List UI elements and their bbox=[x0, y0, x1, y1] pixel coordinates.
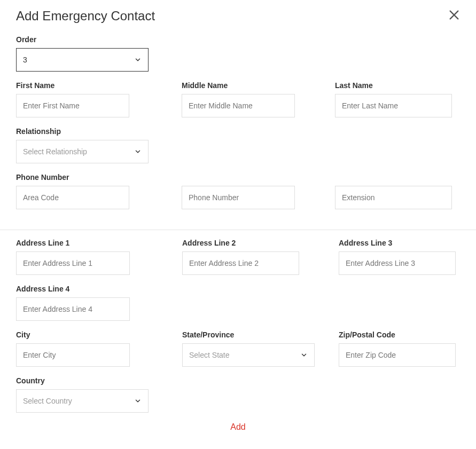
first-name-label: First Name bbox=[16, 81, 129, 90]
country-group: Country Select Country bbox=[16, 376, 149, 413]
zip-field[interactable] bbox=[339, 343, 456, 367]
modal-title: Add Emergency Contact bbox=[16, 9, 155, 23]
address1-label: Address Line 1 bbox=[16, 239, 130, 247]
last-name-label: Last Name bbox=[335, 81, 452, 90]
address1-field[interactable] bbox=[16, 251, 130, 275]
country-label: Country bbox=[16, 376, 149, 385]
city-label: City bbox=[16, 330, 130, 339]
chevron-down-icon bbox=[134, 148, 142, 155]
modal-header: Add Emergency Contact bbox=[16, 9, 460, 23]
section-divider bbox=[0, 230, 476, 230]
address-section: Address Line 1 Address Line 2 Address Li… bbox=[0, 239, 476, 432]
address3-field[interactable] bbox=[339, 251, 456, 275]
address1-group: Address Line 1 bbox=[16, 239, 130, 275]
relationship-select[interactable]: Select Relationship bbox=[16, 140, 149, 163]
city-group: City bbox=[16, 330, 130, 367]
order-select[interactable]: 3 bbox=[16, 48, 149, 72]
area-code-field[interactable] bbox=[16, 186, 129, 209]
address3-group: Address Line 3 bbox=[339, 239, 456, 275]
relationship-placeholder: Select Relationship bbox=[23, 147, 87, 156]
emergency-contact-modal: Add Emergency Contact Order 3 First Name… bbox=[0, 0, 476, 230]
phone-number-group: . bbox=[182, 173, 295, 209]
extension-group: . bbox=[335, 173, 452, 209]
middle-name-label: Middle Name bbox=[182, 81, 295, 90]
address4-group: Address Line 4 bbox=[16, 285, 130, 321]
address4-field[interactable] bbox=[16, 297, 130, 321]
first-name-field[interactable] bbox=[16, 94, 129, 117]
middle-name-field[interactable] bbox=[182, 94, 295, 117]
state-label: State/Province bbox=[182, 330, 315, 339]
state-group: State/Province Select State bbox=[182, 330, 315, 367]
address4-label: Address Line 4 bbox=[16, 285, 130, 293]
country-select[interactable]: Select Country bbox=[16, 389, 149, 413]
country-placeholder: Select Country bbox=[23, 397, 72, 405]
add-button[interactable]: Add bbox=[230, 422, 245, 432]
order-value: 3 bbox=[23, 56, 27, 64]
order-group: Order 3 bbox=[16, 35, 149, 72]
address3-label: Address Line 3 bbox=[339, 239, 456, 247]
chevron-down-icon bbox=[300, 351, 308, 359]
order-label: Order bbox=[16, 35, 149, 44]
zip-label: Zip/Postal Code bbox=[339, 330, 456, 339]
address2-label: Address Line 2 bbox=[182, 239, 299, 247]
last-name-field[interactable] bbox=[335, 94, 452, 117]
phone-group: Phone Number bbox=[16, 173, 129, 209]
chevron-down-icon bbox=[134, 397, 142, 405]
extension-field[interactable] bbox=[335, 186, 452, 209]
zip-group: Zip/Postal Code bbox=[339, 330, 456, 367]
city-field[interactable] bbox=[16, 343, 130, 367]
phone-number-field[interactable] bbox=[182, 186, 295, 209]
phone-label: Phone Number bbox=[16, 173, 129, 182]
state-select[interactable]: Select State bbox=[182, 343, 315, 367]
address2-group: Address Line 2 bbox=[182, 239, 299, 275]
relationship-label: Relationship bbox=[16, 127, 149, 136]
last-name-group: Last Name bbox=[335, 81, 452, 117]
middle-name-group: Middle Name bbox=[182, 81, 295, 117]
state-placeholder: Select State bbox=[189, 351, 230, 359]
chevron-down-icon bbox=[134, 56, 142, 64]
close-icon[interactable] bbox=[448, 9, 460, 23]
first-name-group: First Name bbox=[16, 81, 129, 117]
relationship-group: Relationship Select Relationship bbox=[16, 127, 149, 163]
address2-field[interactable] bbox=[182, 251, 299, 275]
